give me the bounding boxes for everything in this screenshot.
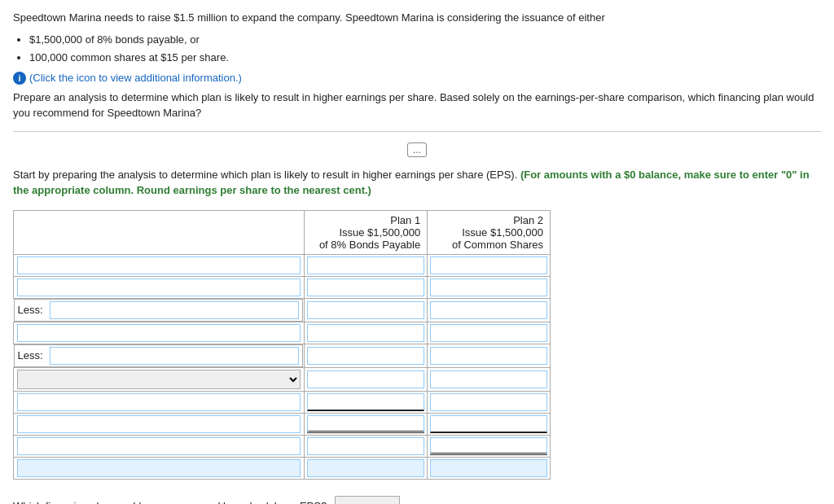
bottom-question-row: Which financing plan would you recommend…: [13, 496, 821, 504]
info-icon[interactable]: i: [13, 72, 26, 85]
row7-plan2-input[interactable]: [430, 415, 547, 433]
table-row: [14, 413, 551, 435]
row-dropdown[interactable]: [17, 370, 301, 389]
row1-plan1-input[interactable]: [307, 256, 424, 274]
plan2-header: Plan 2 Issue $1,500,000 of Common Shares: [428, 210, 551, 254]
dropdown-plan1-input[interactable]: [307, 370, 424, 388]
row2-plan1-input[interactable]: [307, 278, 424, 296]
less2-plan2-input[interactable]: [430, 347, 547, 365]
eps-table-wrapper: Plan 1 Issue $1,500,000 of 8% Bonds Paya…: [13, 210, 821, 480]
row9-plan1-input[interactable]: [307, 459, 424, 477]
expand-button[interactable]: ...: [13, 143, 821, 156]
row8-plan1-input[interactable]: [307, 437, 424, 455]
table-row: [14, 435, 551, 457]
less1-label-input[interactable]: [50, 301, 299, 319]
row8-label-input[interactable]: [17, 437, 301, 455]
row7-label-input[interactable]: [17, 415, 301, 433]
less-label-1: Less:: [18, 304, 46, 316]
less2-plan1-input[interactable]: [307, 347, 424, 365]
row6-label-input[interactable]: [17, 393, 301, 411]
row4-plan1-input[interactable]: [307, 324, 424, 342]
less1-plan2-input[interactable]: [430, 301, 547, 319]
row1-plan2-input[interactable]: [430, 256, 547, 274]
financing-plan-dropdown[interactable]: Plan 1 Plan 2: [335, 496, 400, 504]
info-link-text[interactable]: (Click the icon to view additional infor…: [29, 72, 242, 84]
plan1-header: Plan 1 Issue $1,500,000 of 8% Bonds Paya…: [305, 210, 428, 254]
label-header: [14, 210, 305, 254]
row9-label-input[interactable]: [17, 459, 301, 477]
main-question: Prepare an analysis to determine which p…: [13, 90, 821, 121]
less-row-2: Less:: [14, 344, 551, 367]
row6-plan2-input[interactable]: [430, 393, 547, 411]
instruction-text: Start by preparing the analysis to deter…: [13, 167, 821, 199]
dropdown-plan2-input[interactable]: [430, 370, 547, 388]
row4-label-input[interactable]: [17, 324, 301, 342]
row2-label-input[interactable]: [17, 278, 301, 296]
less-row-1: Less:: [14, 298, 551, 322]
divider-1: [13, 131, 821, 132]
intro-paragraph: Speedtown Marina needs to raise $1.5 mil…: [13, 10, 821, 26]
table-row: [14, 276, 551, 298]
less-label-2: Less:: [18, 349, 46, 362]
row8-plan2-input[interactable]: [430, 437, 547, 455]
row2-plan2-input[interactable]: [430, 278, 547, 296]
table-row: [14, 391, 551, 413]
less1-plan1-input[interactable]: [307, 301, 424, 319]
eps-table: Plan 1 Issue $1,500,000 of 8% Bonds Paya…: [13, 210, 551, 480]
row4-plan2-input[interactable]: [430, 324, 547, 342]
bullet-item-2: 100,000 common shares at $15 per share.: [29, 49, 821, 67]
less2-label-input[interactable]: [50, 347, 299, 365]
row7-plan1-input[interactable]: [307, 415, 424, 433]
table-row: [14, 254, 551, 276]
row9-plan2-input[interactable]: [430, 459, 547, 477]
bullet-item-1: $1,500,000 of 8% bonds payable, or: [29, 31, 821, 49]
bottom-question-label: Which financing plan would you recommend…: [13, 500, 327, 504]
table-row: [14, 457, 551, 479]
table-row: [14, 322, 551, 344]
row1-label-input[interactable]: [17, 256, 301, 274]
row6-plan1-input[interactable]: [307, 393, 424, 411]
dropdown-row: [14, 367, 551, 391]
